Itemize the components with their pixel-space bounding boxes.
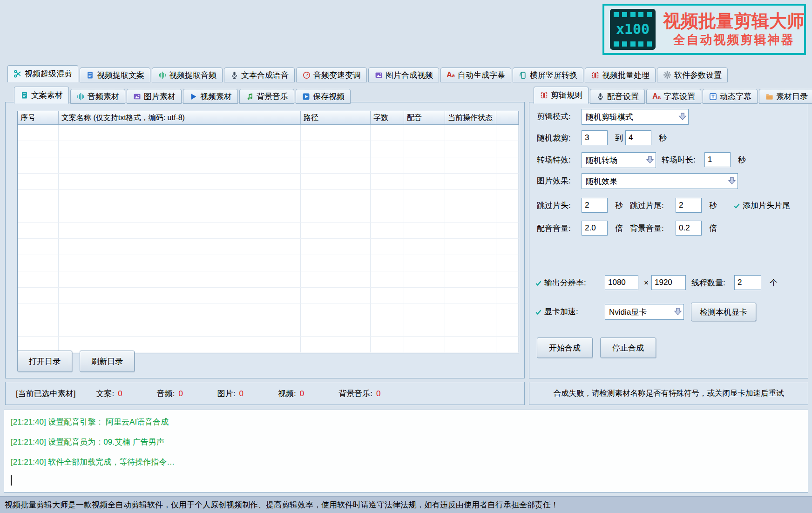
tab-label: 文本合成语音 <box>241 70 289 81</box>
compose-status-message: 合成失败，请检测素材名称是否有特殊符号，或关闭显卡加速后重试 <box>529 382 808 405</box>
settings-tab-2[interactable]: Aa字幕设置 <box>646 89 701 104</box>
main-tab-6[interactable]: Aa自动生成字幕 <box>440 68 511 82</box>
selection-count: 文案:0 <box>96 389 122 398</box>
threads-unit: 个 <box>770 275 778 291</box>
main-tab-2[interactable]: 视频提取音频 <box>152 68 223 82</box>
bg-volume-input[interactable] <box>676 221 702 236</box>
table-cell <box>371 288 404 304</box>
table-header-cell[interactable]: 序号 <box>18 111 59 124</box>
table-row[interactable] <box>18 174 519 190</box>
refresh-directory-button[interactable]: 刷新目录 <box>80 351 135 372</box>
table-cell <box>18 206 59 222</box>
skip-tail-input[interactable] <box>676 198 702 213</box>
logo-text: 视频批量剪辑大师 全自动视频剪辑神器 <box>663 11 805 48</box>
add-intro-outro-checkbox[interactable]: 添加片头片尾 <box>732 198 790 214</box>
gpu-checkbox[interactable]: 显卡加速: <box>534 304 578 320</box>
table-cell <box>404 157 445 173</box>
main-tab-7[interactable]: 横屏竖屏转换 <box>513 68 583 82</box>
table-cell <box>445 320 496 336</box>
main-tab-5[interactable]: 图片合成视频 <box>368 68 439 82</box>
settings-tab-1[interactable]: 配音设置 <box>590 89 645 104</box>
random-cut-from-input[interactable] <box>582 130 608 145</box>
table-row[interactable] <box>18 206 519 223</box>
settings-tab-0[interactable]: 剪辑规则 <box>534 87 589 104</box>
table-row[interactable] <box>18 239 519 255</box>
material-tab-1[interactable]: 音频素材 <box>70 89 125 104</box>
skip-head-input[interactable] <box>582 198 608 213</box>
main-tab-4[interactable]: 音频变速变调 <box>296 68 367 82</box>
material-tab-2[interactable]: 图片素材 <box>127 89 182 104</box>
main-tab-8[interactable]: 视频批量处理 <box>585 68 656 82</box>
gpu-value: Nvidia显卡 <box>609 307 647 317</box>
table-row[interactable] <box>18 190 519 206</box>
transition-duration-label: 转场时长: <box>662 152 696 168</box>
table-row[interactable] <box>18 157 519 174</box>
tab-label: 软件参数设置 <box>674 70 722 81</box>
voice-volume-label: 配音音量: <box>537 221 571 236</box>
table-header-cell[interactable] <box>496 111 519 124</box>
table-row[interactable] <box>18 271 519 288</box>
table-cell <box>496 304 519 320</box>
edit-mode-value: 随机剪辑模式 <box>586 112 633 122</box>
table-cell <box>59 271 301 287</box>
settings-tab-bar: 剪辑规则配音设置Aa字幕设置动态字幕素材目录 <box>534 87 812 104</box>
image-effect-dropdown[interactable]: 随机效果 <box>582 173 738 189</box>
random-cut-to-input[interactable] <box>625 130 651 145</box>
table-cell <box>59 337 301 352</box>
material-tab-0[interactable]: 文案素材 <box>14 87 69 104</box>
material-tab-4[interactable]: 背景音乐 <box>239 89 294 104</box>
material-table: 序号文案名称 (仅支持txt格式，编码: utf-8)路径字数配音当前操作状态 <box>17 111 519 353</box>
table-cell <box>496 206 519 222</box>
table-cell <box>445 271 496 287</box>
tab-label: 素材目录 <box>776 91 808 102</box>
table-row[interactable] <box>18 255 519 271</box>
film-red-icon <box>540 91 548 99</box>
microphone-icon <box>596 93 604 101</box>
transition-dropdown[interactable]: 随机转场 <box>582 152 656 168</box>
table-cell <box>496 288 519 304</box>
transition-duration-input[interactable] <box>704 152 731 167</box>
log-lines: [21:21:40] 设置配音引擎： 阿里云AI语音合成[21:21:40] 设… <box>4 412 808 472</box>
main-tab-0[interactable]: 视频超级混剪 <box>7 65 78 82</box>
table-cell <box>301 125 371 141</box>
selection-count: 背景音乐:0 <box>338 389 380 398</box>
resolution-checkbox[interactable]: 输出分辨率: <box>534 275 586 291</box>
resolution-height-input[interactable] <box>651 275 686 290</box>
resolution-x: × <box>644 275 649 291</box>
detect-gpu-button[interactable]: 检测本机显卡 <box>691 303 756 321</box>
start-compose-button[interactable]: 开始合成 <box>537 338 593 358</box>
main-tab-1[interactable]: 视频提取文案 <box>80 68 150 82</box>
table-header-cell[interactable]: 路径 <box>301 111 371 124</box>
table-cell <box>59 141 301 157</box>
table-row[interactable] <box>18 320 519 337</box>
threads-input[interactable] <box>734 275 761 290</box>
table-cell <box>301 304 371 320</box>
settings-tab-3[interactable]: 动态字幕 <box>703 89 758 104</box>
app-logo: x100 视频批量剪辑大师 全自动视频剪辑神器 <box>602 4 806 55</box>
material-tab-3[interactable]: 视频素材 <box>183 89 238 104</box>
main-tab-3[interactable]: 文本合成语音 <box>224 68 295 82</box>
edit-mode-dropdown[interactable]: 随机剪辑模式 <box>582 109 689 125</box>
settings-tab-4[interactable]: 素材目录 <box>759 89 812 104</box>
gpu-dropdown[interactable]: Nvidia显卡 <box>605 304 684 320</box>
log-output[interactable]: [21:21:40] 设置配音引擎： 阿里云AI语音合成[21:21:40] 设… <box>4 410 808 493</box>
table-header-cell[interactable]: 字数 <box>371 111 404 124</box>
material-tab-5[interactable]: 保存视频 <box>296 89 351 104</box>
table-row[interactable] <box>18 288 519 304</box>
stop-compose-button[interactable]: 停止合成 <box>600 338 656 358</box>
selection-status-bar: [当前已选中素材] 文案:0音频:0图片:0视频:0背景音乐:0 <box>5 382 525 405</box>
table-row[interactable] <box>18 125 519 141</box>
open-directory-button[interactable]: 打开目录 <box>17 351 72 372</box>
table-row[interactable] <box>18 141 519 157</box>
main-tab-9[interactable]: 软件参数设置 <box>657 68 728 82</box>
microphone-icon <box>230 71 238 79</box>
table-header-cell[interactable]: 文案名称 (仅支持txt格式，编码: utf-8) <box>59 111 301 124</box>
table-row[interactable] <box>18 223 519 239</box>
resolution-width-input[interactable] <box>605 275 638 290</box>
voice-volume-input[interactable] <box>582 221 608 236</box>
table-header-cell[interactable]: 配音 <box>404 111 445 124</box>
seconds-unit: 秒 <box>615 198 623 214</box>
table-cell <box>445 304 496 320</box>
table-header-cell[interactable]: 当前操作状态 <box>445 111 496 124</box>
table-row[interactable] <box>18 304 519 320</box>
